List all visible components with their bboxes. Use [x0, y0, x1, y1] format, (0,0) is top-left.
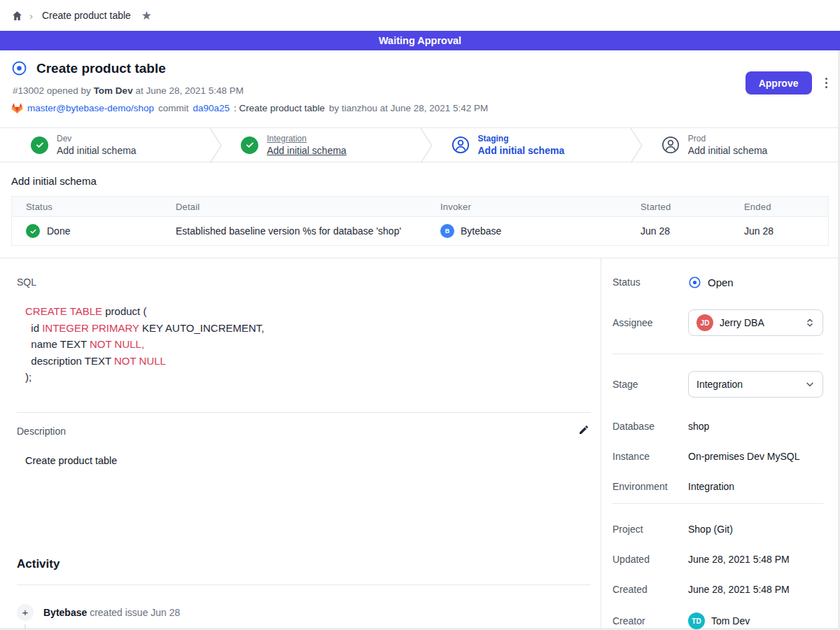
vcs-commit-hash-link[interactable]: da90a25 — [193, 103, 230, 113]
created-value: June 28, 2021 5:48 PM — [688, 584, 790, 595]
main-area: SQL CREATE TABLE product ( id INTEGER PR… — [0, 258, 840, 630]
task-section-title: Add initial schema — [11, 175, 829, 187]
activity-plus-icon: + — [17, 604, 34, 621]
home-icon[interactable] — [11, 10, 23, 22]
stage-task-label: Add initial schema — [57, 145, 136, 157]
database-value: shop — [688, 421, 709, 432]
stage-separator — [630, 128, 643, 163]
select-updown-icon — [805, 318, 815, 328]
vcs-commit-byline: by tianzhou at June 28, 2021 5:42 PM — [329, 103, 488, 113]
column-detail: Detail — [176, 202, 440, 212]
edit-pencil-icon[interactable] — [577, 423, 591, 440]
stage-prod[interactable]: Prod Add initial schema — [643, 128, 840, 162]
stage-env-label: Staging — [478, 133, 565, 145]
activity-action: created issue Jun 28 — [90, 607, 180, 618]
stage-separator — [209, 128, 222, 163]
issue-id: #13002 opened by — [13, 85, 91, 96]
task-table-header: Status Detail Invoker Started Ended — [12, 197, 828, 217]
task-status: Done — [47, 225, 70, 237]
project-value: Shop (Git) — [688, 524, 733, 535]
database-label: Database — [612, 421, 688, 432]
updated-label: Updated — [612, 554, 688, 565]
stage-select[interactable]: Integration — [688, 371, 823, 398]
stage-label: Stage — [612, 379, 688, 390]
task-table: Status Detail Invoker Started Ended Done… — [11, 196, 829, 246]
creator-avatar: TD — [688, 612, 705, 629]
column-ended: Ended — [744, 202, 828, 212]
creator-label: Creator — [612, 615, 688, 626]
assignee-label: Assignee — [612, 317, 688, 328]
task-detail: Established baseline version %s for data… — [176, 225, 440, 237]
sql-keyword: CREATE TABLE — [25, 305, 102, 317]
bookmark-star-icon[interactable]: ★ — [141, 8, 152, 23]
kebab-menu-icon[interactable] — [822, 75, 831, 92]
updated-value: June 28, 2021 5:48 PM — [688, 554, 790, 565]
stage-done-check-icon — [31, 136, 48, 154]
environment-value: Integration — [688, 481, 734, 492]
select-chevron-down-icon — [805, 379, 815, 389]
environment-label: Environment — [612, 481, 688, 492]
activity-title: Activity — [17, 557, 591, 571]
stage-env-label: Integration — [267, 133, 346, 145]
task-section: Add initial schema Status Detail Invoker… — [0, 162, 840, 258]
open-status-icon — [688, 276, 701, 289]
task-done-check-icon — [26, 224, 40, 238]
stage-pending-icon — [662, 136, 680, 154]
column-invoker: Invoker — [440, 202, 640, 212]
assignee-value: Jerry DBA — [720, 317, 764, 328]
vcs-commit-message: : Create product table — [234, 103, 325, 113]
vcs-commit-row: master@bytebase-demo/shop commit da90a25… — [11, 102, 829, 114]
created-label: Created — [612, 584, 688, 595]
sql-keyword: NOT NULL, — [90, 338, 144, 350]
instance-value: On-premises Dev MySQL — [688, 451, 799, 462]
description-label: Description — [17, 426, 66, 437]
assignee-select[interactable]: JD Jerry DBA — [688, 309, 823, 336]
bytebase-issue-page: › Create product table ★ Waiting Approva… — [0, 0, 840, 630]
issue-header: Create product table Approve #13002 open… — [0, 50, 840, 127]
column-started: Started — [640, 202, 744, 212]
sql-panel-label: SQL — [17, 276, 591, 288]
breadcrumb-current: Create product table — [42, 10, 131, 21]
issue-opened-time: at June 28, 2021 5:48 PM — [135, 85, 244, 96]
issue-open-icon — [11, 60, 27, 76]
invoker-avatar: B — [440, 224, 454, 238]
sql-keyword: INTEGER PRIMARY — [42, 322, 139, 334]
section-divider — [17, 412, 591, 413]
status-banner: Waiting Approval — [0, 31, 840, 50]
sql-code-block: CREATE TABLE product ( id INTEGER PRIMAR… — [25, 303, 591, 386]
task-ended: Jun 28 — [744, 225, 828, 237]
breadcrumb: › Create product table ★ — [0, 0, 840, 31]
stage-value: Integration — [696, 379, 743, 390]
activity-actor: Bytebase — [43, 607, 87, 618]
instance-label: Instance — [612, 451, 688, 462]
issue-author: Tom Dev — [94, 85, 133, 96]
approve-button[interactable]: Approve — [746, 71, 812, 94]
left-pane: SQL CREATE TABLE product ( id INTEGER PR… — [0, 258, 601, 630]
task-started: Jun 28 — [640, 225, 744, 237]
status-banner-text: Waiting Approval — [379, 35, 461, 46]
creator-value: TD Tom Dev — [688, 612, 750, 629]
issue-title: Create product table — [36, 61, 166, 76]
vcs-branch-repo-link[interactable]: master@bytebase-demo/shop — [27, 103, 154, 113]
chevron-right-icon: › — [29, 10, 33, 22]
vcs-commit-word: commit — [158, 103, 189, 113]
pipeline-stage-bar: Dev Add initial schema Integration Add i… — [0, 127, 840, 162]
sql-keyword: NOT NULL — [114, 355, 166, 367]
status-value: Open — [688, 276, 734, 289]
stage-separator — [420, 128, 433, 163]
stage-dev[interactable]: Dev Add initial schema — [0, 128, 209, 162]
task-table-row: Done Established baseline version %s for… — [12, 217, 828, 245]
stage-env-label: Prod — [688, 133, 768, 145]
project-label: Project — [612, 524, 688, 535]
status-label: Status — [612, 276, 688, 288]
issue-sidebar: Status Open Assignee JD Jerry DBA — [601, 258, 840, 630]
column-status: Status — [26, 202, 176, 212]
stage-done-check-icon — [241, 136, 258, 154]
sidebar-divider — [612, 354, 823, 354]
stage-staging[interactable]: Staging Add initial schema — [433, 128, 630, 162]
stage-integration[interactable]: Integration Add initial schema — [222, 128, 419, 162]
task-invoker: Bytebase — [461, 225, 501, 237]
stage-task-label: Add initial schema — [267, 145, 346, 157]
stage-env-label: Dev — [57, 133, 136, 145]
stage-pending-approval-icon — [451, 136, 470, 154]
